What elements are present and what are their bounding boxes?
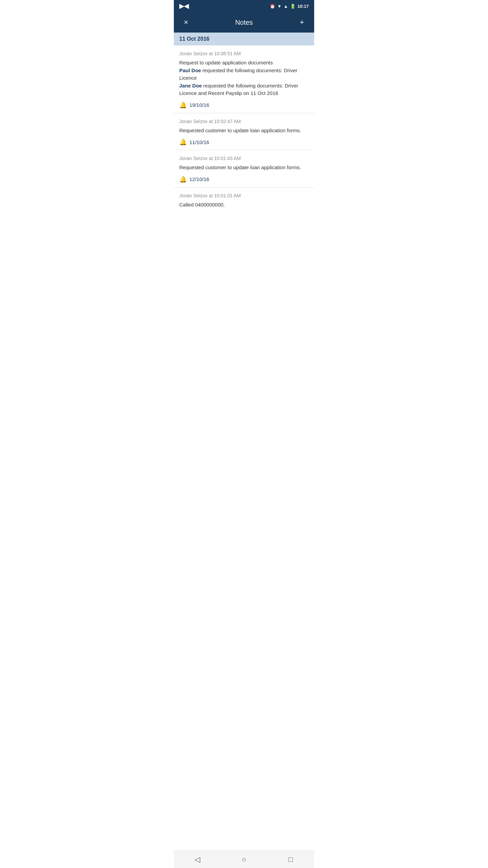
app-logo: ▶◀: [179, 2, 189, 10]
note-content: Request to update application documents …: [179, 59, 309, 97]
note-item: Jovan Seizov at 10:08:51 AM Request to u…: [174, 45, 314, 113]
date-label: 11 Oct 2016: [179, 36, 209, 42]
bell-icon: 🔔: [179, 101, 187, 109]
reminder-date: 12/10/16: [189, 176, 209, 182]
note-author: Jovan Seizov at 10:08:51 AM: [179, 51, 309, 56]
note-item: Jovan Seizov at 10:01:43 AM Requested cu…: [174, 150, 314, 188]
note-item: Jovan Seizov at 10:01:01 AM Called 04000…: [174, 188, 314, 217]
alarm-icon: ⏰: [270, 4, 275, 9]
home-button[interactable]: ○: [234, 853, 254, 866]
status-bar-left: ▶◀: [179, 2, 189, 10]
signal-icon: ▲: [284, 4, 288, 9]
close-button[interactable]: ×: [179, 16, 193, 29]
add-note-button[interactable]: +: [295, 16, 309, 29]
bell-icon: 🔔: [179, 138, 187, 146]
note-author: Jovan Seizov at 10:01:43 AM: [179, 156, 309, 161]
date-section-header: 11 Oct 2016: [174, 33, 314, 45]
note-item: Jovan Seizov at 10:02:47 AM Requested cu…: [174, 113, 314, 151]
note-reminder: 🔔 12/10/16: [179, 176, 309, 183]
page-title: Notes: [193, 19, 295, 26]
status-bar-right: ⏰ ▼ ▲ 🔋 10:17: [270, 4, 309, 9]
wifi-icon: ▼: [277, 4, 282, 9]
note-reminder: 🔔 19/10/16: [179, 101, 309, 109]
bell-icon: 🔔: [179, 176, 187, 183]
back-button[interactable]: ◁: [187, 853, 207, 866]
header: × Notes +: [174, 12, 314, 33]
note-content: Requested customer to update loan applic…: [179, 127, 309, 135]
notes-list: Jovan Seizov at 10:08:51 AM Request to u…: [174, 45, 314, 850]
note-reminder: 🔔 11/10/16: [179, 138, 309, 146]
note-content: Requested customer to update loan applic…: [179, 164, 309, 172]
recents-button[interactable]: □: [281, 853, 301, 866]
status-bar: ▶◀ ⏰ ▼ ▲ 🔋 10:17: [174, 0, 314, 12]
note-author: Jovan Seizov at 10:01:01 AM: [179, 193, 309, 198]
bottom-navigation: ◁ ○ □: [174, 850, 314, 868]
battery-icon: 🔋: [290, 4, 296, 9]
reminder-date: 11/10/16: [189, 139, 209, 145]
reminder-date: 19/10/16: [189, 102, 209, 108]
note-author: Jovan Seizov at 10:02:47 AM: [179, 119, 309, 124]
time-display: 10:17: [298, 4, 309, 9]
note-content: Called 0400000000.: [179, 201, 309, 209]
